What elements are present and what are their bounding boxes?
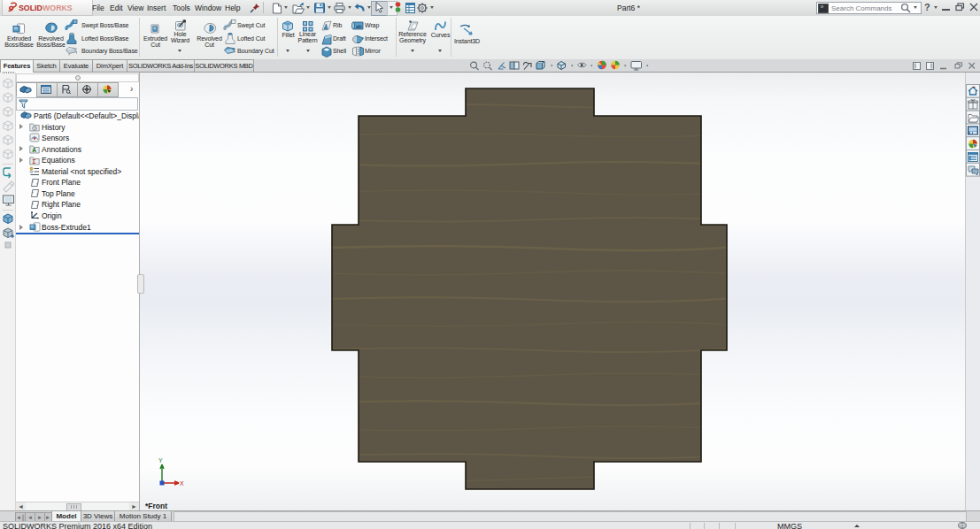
svg-text:Σ: Σ [33, 158, 36, 165]
svg-text:A: A [32, 147, 36, 153]
svg-text:Y: Y [158, 457, 163, 464]
svg-text:WORKS: WORKS [42, 4, 73, 12]
svg-text:X: X [180, 480, 184, 487]
svg-text:SOLID: SOLID [19, 4, 42, 12]
svg-text:ab: ab [356, 24, 362, 29]
